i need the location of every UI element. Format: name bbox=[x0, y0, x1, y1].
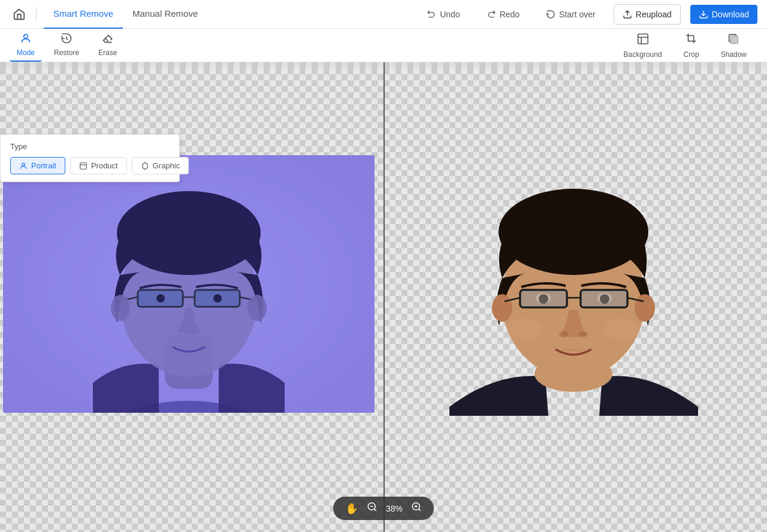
canvas-area: Type Portrait Product Graphic bbox=[0, 62, 767, 532]
svg-point-43 bbox=[559, 331, 569, 337]
portrait-label: Portrait bbox=[31, 161, 56, 170]
type-buttons: Portrait Product Graphic bbox=[10, 157, 170, 174]
shadow-label: Shadow bbox=[721, 50, 747, 59]
svg-point-29 bbox=[535, 356, 612, 392]
zoom-value: 38% bbox=[386, 504, 403, 513]
graphic-button[interactable]: Graphic bbox=[132, 157, 189, 174]
toolbar-shadow[interactable]: Shadow bbox=[710, 29, 757, 62]
mode-icon bbox=[20, 32, 32, 47]
mode-label: Mode bbox=[17, 49, 35, 57]
erase-label: Erase bbox=[98, 49, 117, 57]
left-panel: Type Portrait Product Graphic bbox=[0, 62, 384, 532]
toolbar-right-group: Background Crop Shadow bbox=[613, 29, 757, 62]
svg-line-48 bbox=[374, 509, 376, 510]
svg-line-51 bbox=[419, 509, 421, 510]
redo-button[interactable]: Redo bbox=[478, 5, 528, 24]
undo-label: Undo bbox=[440, 10, 460, 19]
svg-point-30 bbox=[492, 294, 512, 322]
toolbar-background[interactable]: Background bbox=[613, 29, 673, 62]
restore-label: Restore bbox=[54, 49, 79, 57]
toolbar-left-group: Mode Restore Erase bbox=[10, 29, 124, 62]
tab-smart-remove[interactable]: Smart Remove bbox=[44, 0, 123, 29]
download-label: Download bbox=[712, 10, 749, 19]
download-button[interactable]: Download bbox=[690, 5, 757, 24]
product-label: Product bbox=[91, 161, 118, 170]
svg-point-41 bbox=[536, 293, 551, 304]
nav-tabs: Smart Remove Manual Remove bbox=[44, 0, 207, 29]
undo-button[interactable]: Undo bbox=[418, 5, 468, 24]
reupload-label: Reupload bbox=[636, 10, 672, 19]
product-button[interactable]: Product bbox=[70, 157, 127, 174]
svg-rect-3 bbox=[638, 34, 648, 44]
right-panel bbox=[384, 62, 767, 532]
home-icon[interactable] bbox=[10, 5, 29, 24]
svg-point-42 bbox=[597, 293, 612, 304]
pan-icon[interactable]: ✋ bbox=[345, 502, 358, 515]
type-label-text: Type bbox=[10, 142, 170, 151]
type-popup: Type Portrait Product Graphic bbox=[0, 134, 180, 182]
background-icon bbox=[636, 32, 650, 49]
toolbar-erase[interactable]: Erase bbox=[91, 29, 124, 62]
start-over-label: Start over bbox=[559, 10, 596, 19]
shadow-icon bbox=[727, 32, 740, 49]
restore-icon bbox=[61, 32, 73, 47]
start-over-button[interactable]: Start over bbox=[537, 5, 604, 24]
person-image-right bbox=[389, 155, 758, 416]
svg-rect-25 bbox=[3, 155, 375, 413]
crop-label: Crop bbox=[684, 50, 699, 59]
split-divider bbox=[384, 62, 385, 532]
svg-point-44 bbox=[578, 331, 588, 337]
toolbar-mode[interactable]: Mode bbox=[10, 29, 42, 62]
toolbar: Mode Restore Erase bbox=[0, 29, 767, 62]
background-label: Background bbox=[624, 50, 662, 59]
erase-icon bbox=[102, 32, 114, 47]
navbar: Smart Remove Manual Remove Undo Redo Sta… bbox=[0, 0, 767, 29]
crop-icon bbox=[685, 32, 698, 49]
reupload-button[interactable]: Reupload bbox=[614, 4, 681, 25]
svg-point-31 bbox=[635, 294, 655, 322]
person-image-left bbox=[3, 155, 375, 413]
tab-manual-remove[interactable]: Manual Remove bbox=[123, 0, 207, 29]
redo-label: Redo bbox=[500, 10, 520, 19]
nav-divider bbox=[36, 7, 37, 22]
zoom-in-icon[interactable] bbox=[411, 501, 422, 515]
portrait-button[interactable]: Portrait bbox=[10, 157, 65, 174]
svg-point-6 bbox=[22, 163, 25, 166]
svg-point-2 bbox=[24, 34, 28, 38]
svg-point-46 bbox=[605, 318, 641, 340]
zoom-bar: ✋ 38% bbox=[333, 497, 434, 520]
nav-actions: Undo Redo Start over Reupload Download bbox=[418, 4, 757, 25]
svg-point-45 bbox=[506, 318, 542, 340]
toolbar-restore[interactable]: Restore bbox=[47, 29, 86, 62]
svg-rect-5 bbox=[731, 36, 738, 43]
svg-marker-8 bbox=[143, 162, 147, 170]
graphic-label: Graphic bbox=[153, 161, 180, 170]
svg-rect-7 bbox=[80, 162, 87, 169]
zoom-out-icon[interactable] bbox=[367, 501, 378, 515]
toolbar-crop[interactable]: Crop bbox=[673, 29, 710, 62]
